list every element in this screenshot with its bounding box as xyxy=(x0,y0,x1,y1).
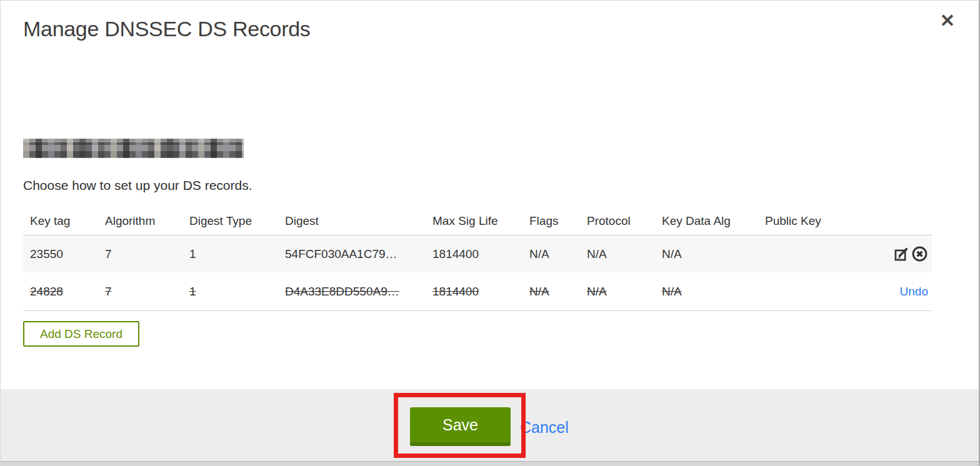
cell-flags: N/A xyxy=(522,247,580,261)
undo-link[interactable]: Undo xyxy=(900,285,928,299)
cell-flags: N/A xyxy=(522,285,580,299)
cell-digest-type: 1 xyxy=(182,247,278,261)
dnssec-dialog: Manage DNSSEC DS Records ✕ Choose how to… xyxy=(0,0,980,466)
cell-digest: D4A33E8DD550A9… xyxy=(278,285,426,299)
col-header-flags: Flags xyxy=(522,214,580,228)
row-actions xyxy=(851,245,932,262)
col-header-digest-type: Digest Type xyxy=(182,214,278,228)
col-header-key-tag: Key tag xyxy=(23,214,98,228)
close-icon[interactable]: ✕ xyxy=(940,12,955,30)
cell-algorithm: 7 xyxy=(98,285,182,299)
redacted-domain-name xyxy=(23,139,244,158)
save-button[interactable]: Save xyxy=(410,407,511,446)
cell-max-sig-life: 1814400 xyxy=(426,285,522,299)
cell-algorithm: 7 xyxy=(98,247,182,261)
page-title: Manage DNSSEC DS Records xyxy=(23,17,311,41)
ds-records-table: Key tag Algorithm Digest Type Digest Max… xyxy=(23,207,932,311)
col-header-protocol: Protocol xyxy=(580,214,655,228)
cell-protocol: N/A xyxy=(580,285,655,299)
table-row-deleted-record: 24828 7 1 D4A33E8DD550A9… 1814400 N/A N/… xyxy=(23,272,932,311)
cell-max-sig-life: 1814400 xyxy=(426,247,522,261)
cell-key-tag: 24828 xyxy=(23,285,98,299)
cell-key-tag: 23550 xyxy=(23,247,98,261)
cancel-link[interactable]: Cancel xyxy=(520,419,569,437)
table-row-active-record: 23550 7 1 54FCF030AA1C79… 1814400 N/A N/… xyxy=(23,235,932,272)
edit-icon[interactable] xyxy=(893,245,910,262)
col-header-public-key: Public Key xyxy=(758,214,851,228)
cell-key-data-alg: N/A xyxy=(655,285,758,299)
col-header-digest: Digest xyxy=(278,214,426,228)
cell-key-data-alg: N/A xyxy=(655,247,758,261)
table-header-row: Key tag Algorithm Digest Type Digest Max… xyxy=(23,207,932,235)
row-actions: Undo xyxy=(851,285,932,299)
col-header-max-sig-life: Max Sig Life xyxy=(426,214,522,228)
col-header-algorithm: Algorithm xyxy=(98,214,182,228)
window-bottom-edge xyxy=(1,461,979,466)
col-header-key-data-alg: Key Data Alg xyxy=(655,214,758,228)
add-ds-record-button[interactable]: Add DS Record xyxy=(23,321,139,347)
delete-icon[interactable] xyxy=(911,245,928,262)
instruction-text: Choose how to set up your DS records. xyxy=(23,178,252,193)
cell-digest: 54FCF030AA1C79… xyxy=(278,247,426,261)
cell-digest-type: 1 xyxy=(182,285,278,299)
cell-protocol: N/A xyxy=(580,247,655,261)
